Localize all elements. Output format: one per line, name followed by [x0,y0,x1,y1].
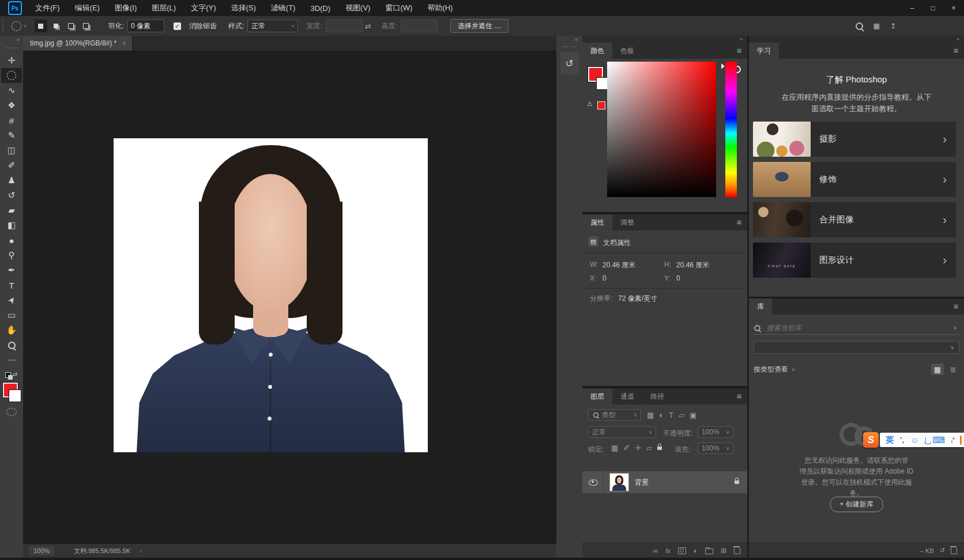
keyboard-icon[interactable]: ⌨ [932,435,945,445]
layer-style-icon[interactable]: fx [665,547,671,554]
ime-language-toggle[interactable]: 英 [886,435,894,445]
tab-color[interactable]: 颜色 [582,43,612,59]
view-by-type-label[interactable]: 按类型查看 [754,365,788,374]
layer-lock-icon[interactable] [735,480,739,484]
lasso-tool[interactable]: ∿ [1,83,22,98]
fill-field[interactable]: 100% ∨ [698,442,733,454]
link-layers-icon[interactable]: ∞ [653,547,658,555]
brush-tool[interactable]: ✐ [1,158,22,173]
color-field[interactable] [607,62,716,197]
ime-gift-icon[interactable] [960,436,962,445]
workspace-icon[interactable]: ▦ [873,22,880,30]
swap-dimensions-icon[interactable]: ⇄ [365,22,371,31]
learn-card-combine-images[interactable]: 合并图像 › [753,202,956,237]
status-menu-icon[interactable]: › [140,547,142,554]
panel-menu-icon[interactable]: ≡ [737,214,741,230]
create-new-library-button[interactable]: + 创建新库 [830,497,883,512]
opacity-field[interactable]: 100% ∨ [698,426,733,438]
quick-selection-tool[interactable]: ❖ [1,98,22,113]
lock-move-icon[interactable]: ✛ [635,444,641,452]
lock-transparency-icon[interactable]: ▦ [611,444,618,452]
crop-tool[interactable]: # [1,113,22,128]
learn-card-graphic-design[interactable]: FIRST DATE 图形设计 › [753,243,956,278]
sync-icon[interactable]: ↺ [940,547,945,554]
feather-input[interactable] [127,20,164,32]
layer-visibility-icon[interactable] [589,479,598,486]
spot-healing-brush-tool[interactable]: ◫ [1,143,22,158]
type-layer-filter-icon[interactable]: T [669,411,673,419]
add-to-selection-button[interactable] [50,20,62,32]
gamut-warning-icon[interactable]: ⚠ [587,100,593,108]
learn-card-retouching[interactable]: 修饰 › [753,162,956,197]
tab-libraries[interactable]: 库 [749,298,772,315]
eyedropper-tool[interactable]: ✎ [1,128,22,143]
adjustment-layer-filter-icon[interactable]: ◐ [659,411,664,419]
quick-mask-button[interactable] [6,408,17,416]
panel-menu-icon[interactable]: ≡ [954,43,958,59]
history-brush-tool[interactable]: ↺ [1,188,22,203]
height-value[interactable]: 20.46 厘米 [676,260,709,270]
close-button[interactable]: × [943,0,964,16]
menu-edit[interactable]: 编辑(E) [67,0,107,16]
panel-menu-icon[interactable]: ≡ [737,43,741,59]
delete-library-icon[interactable] [951,548,957,554]
default-swap-colors[interactable]: ⇄ [5,372,18,380]
blend-mode-select[interactable]: 正常 ∨ [588,426,656,438]
menu-3d[interactable]: 3D(D) [303,0,338,16]
zoom-tool[interactable] [1,338,22,353]
antialias-checkbox[interactable]: ✓ [174,22,181,30]
adjustment-layer-icon[interactable]: ◐ [694,547,698,555]
history-panel-button[interactable]: ↺ [560,52,579,75]
dodge-tool[interactable]: ⚲ [1,248,22,263]
resolution-value[interactable]: 72 像素/英寸 [618,294,657,304]
tab-paths[interactable]: 路径 [642,388,672,404]
document-tab[interactable]: timg.jpg @ 100%(RGB/8#) * × [23,36,133,51]
collapse-dock-icon[interactable]: » [582,36,747,43]
layer-name[interactable]: 背景 [635,478,649,487]
search-icon[interactable] [856,22,863,30]
panel-menu-icon[interactable]: ≡ [737,388,741,404]
height-input[interactable] [401,20,438,32]
menu-image[interactable]: 图像(I) [107,0,144,16]
x-value[interactable]: 0 [602,274,607,282]
lock-artboard-icon[interactable]: ▱ [646,444,652,452]
collapse-dock-icon[interactable]: » [749,36,964,43]
expand-dock-icon[interactable]: « [556,36,582,43]
gamut-warning-swatch[interactable] [597,101,605,109]
width-value[interactable]: 20.46 厘米 [602,260,635,270]
menu-layer[interactable]: 图层(L) [144,0,183,16]
library-search-input[interactable] [766,323,895,332]
menu-file[interactable]: 文件(F) [28,0,67,16]
intersect-selection-button[interactable] [80,20,92,32]
smart-object-filter-icon[interactable]: ▣ [690,411,696,419]
maximize-button[interactable]: □ [922,0,943,16]
menu-view[interactable]: 视图(V) [338,0,378,16]
library-select[interactable]: ∨ [754,341,959,354]
zoom-level-field[interactable]: 100% [29,546,54,555]
list-view-button[interactable]: ≣ [947,364,959,375]
chevron-down-icon[interactable]: ∨ [953,325,957,331]
clone-stamp-tool[interactable]: ♟ [1,173,22,188]
move-tool[interactable]: ✛ [1,53,22,68]
hue-slider[interactable] [725,62,737,197]
tab-adjustments[interactable]: 调整 [612,214,642,230]
grid-view-button[interactable]: ▦ [931,364,944,375]
width-input[interactable] [326,20,363,32]
pixel-layer-filter-icon[interactable]: ▦ [647,411,654,419]
hue-slider-marker[interactable] [721,63,725,69]
minimize-button[interactable]: – [902,0,922,16]
sogou-logo-icon[interactable]: S [863,432,879,448]
new-layer-icon[interactable]: ⊞ [721,547,726,555]
learn-card-photography[interactable]: 摄影 › [753,122,956,157]
tab-learn[interactable]: 学习 [749,43,779,59]
gradient-tool[interactable]: ◧ [1,218,22,233]
collapse-toolbar-icon[interactable]: » [0,36,23,45]
layer-filter-select[interactable]: 类型 ∨ [588,409,641,421]
canvas-image[interactable] [114,138,428,452]
new-selection-button[interactable] [35,20,47,32]
y-value[interactable]: 0 [676,274,680,282]
layer-thumbnail[interactable] [609,473,629,491]
emoji-icon[interactable]: ☺ [910,436,918,445]
menu-filter[interactable]: 滤镜(T) [263,0,303,16]
add-mask-icon[interactable] [678,547,686,554]
